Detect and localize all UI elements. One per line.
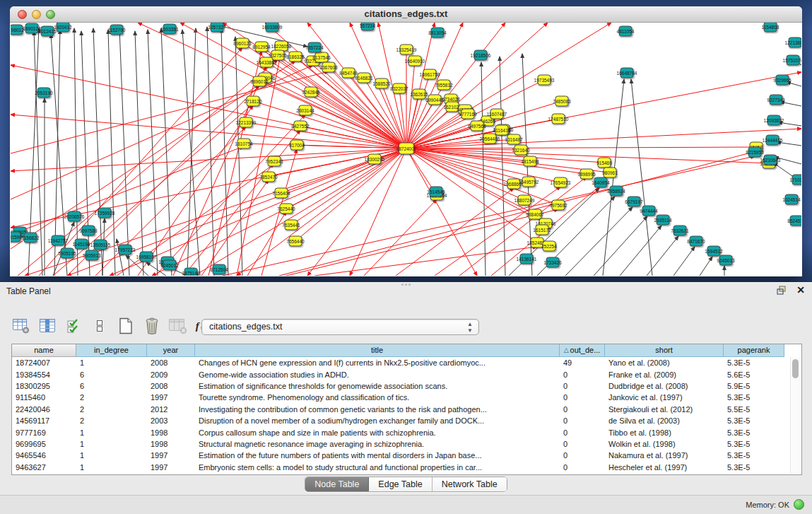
scrollbar-thumb[interactable] [792,359,799,378]
column-header-title[interactable]: title [195,344,560,357]
graph-node[interactable] [785,194,799,205]
graph-node[interactable] [610,186,623,197]
graph-node[interactable] [368,154,382,165]
select-all-checks-button[interactable] [64,317,83,335]
window-titlebar[interactable]: citations_edges.txt [10,6,802,23]
graph-node[interactable] [520,254,534,264]
network-canvas[interactable]: 8960123891295418226058932750516433862818… [11,23,801,276]
graph-node[interactable] [690,236,703,247]
table-row[interactable]: 1938455462009Genome-wide association stu… [12,368,801,380]
column-header-in_degree[interactable]: in_degree [76,344,147,357]
column-header-year[interactable]: year [147,344,195,357]
graph-node[interactable] [285,220,298,230]
graph-node[interactable] [184,268,198,276]
close-panel-icon[interactable]: ✕ [796,284,805,296]
column-header-name[interactable]: name [12,344,76,357]
graph-node[interactable] [41,26,54,37]
graph-node[interactable] [211,23,224,33]
graph-node[interactable] [471,121,484,132]
graph-node[interactable] [400,45,413,55]
graph-node[interactable] [428,95,442,105]
graph-node[interactable] [657,215,670,226]
graph-node[interactable] [294,121,307,132]
graph-node[interactable] [68,211,81,222]
graph-node[interactable] [598,158,611,168]
graph-node[interactable] [628,197,641,207]
graph-node[interactable] [555,96,569,107]
graph-node[interactable] [524,156,537,167]
tab-node-table[interactable]: Node Table [305,477,369,491]
tab-edge-table[interactable]: Edge Table [369,477,432,491]
table-row[interactable]: 1830029562008Estimation of significance … [12,380,801,392]
splitter-grip[interactable] [399,284,412,286]
graph-node[interactable] [430,187,443,197]
graph-node[interactable] [461,109,475,119]
graph-node[interactable] [57,23,70,33]
graph-node[interactable] [554,177,567,188]
graph-node[interactable] [322,62,336,73]
graph-node[interactable] [253,76,266,87]
graph-node[interactable] [770,95,783,105]
table-row[interactable]: 946362711997Embryonic stem cells: a mode… [12,462,801,473]
graph-node[interactable] [236,38,249,49]
minimize-window-button[interactable] [32,10,41,19]
graph-node[interactable] [213,264,226,275]
graph-node[interactable] [240,117,253,128]
graph-node[interactable] [552,114,565,124]
network-window[interactable]: citations_edges.txt 89601238912954182260… [10,6,802,276]
graph-node[interactable] [266,23,279,33]
graph-node[interactable] [413,89,426,100]
graph-node[interactable] [474,50,488,61]
graph-node[interactable] [764,23,777,33]
graph-node[interactable] [358,73,371,83]
graph-node[interactable] [375,78,389,89]
table-row[interactable]: 2242004622012Investigating the contribut… [12,404,801,415]
row-cells-button[interactable] [90,317,110,335]
column-visibility-button[interactable] [37,317,57,335]
graph-node[interactable] [507,179,521,189]
graph-node[interactable] [483,134,497,144]
graph-node[interactable] [546,257,560,268]
graph-hub-node[interactable] [399,143,414,155]
graph-node[interactable] [255,42,269,52]
graph-node[interactable] [315,52,329,63]
graph-node[interactable] [24,233,37,243]
graph-node[interactable] [268,156,281,167]
graph-node[interactable] [52,235,65,246]
graph-node[interactable] [490,109,504,119]
column-header-short[interactable]: short [605,344,724,357]
graph-node[interactable] [431,28,445,38]
graph-node[interactable] [11,25,23,35]
table-select-dropdown[interactable]: citations_edges.txt ▲▼ [201,319,479,335]
delete-rows-trash-button[interactable] [142,317,162,335]
graph-node[interactable] [275,188,288,199]
graph-node[interactable] [767,115,781,126]
graph-node[interactable] [119,245,132,255]
graph-node[interactable] [342,68,355,78]
delete-table-button[interactable] [168,317,188,335]
graph-node[interactable] [260,57,273,68]
graph-node[interactable] [393,83,406,94]
graph-node[interactable] [507,134,521,145]
graph-node[interactable] [75,239,88,250]
graph-node[interactable] [140,252,153,262]
graph-node[interactable] [543,241,556,252]
graph-node[interactable] [642,206,656,216]
float-panel-icon[interactable] [777,286,788,296]
graph-node[interactable] [789,37,802,48]
graph-node[interactable] [361,23,375,31]
graph-node[interactable] [673,226,687,236]
graph-node[interactable] [163,24,177,35]
graph-node[interactable] [707,246,721,257]
graph-node[interactable] [437,80,451,90]
graph-node[interactable] [538,75,551,86]
graph-node[interactable] [423,69,437,80]
graph-node[interactable] [98,208,112,218]
graph-node[interactable] [262,172,276,182]
graph-node[interactable] [764,155,777,165]
graph-node[interactable] [446,102,459,112]
graph-node[interactable] [25,23,39,34]
graph-node[interactable] [719,255,733,266]
graph-node[interactable] [495,125,509,136]
graph-node[interactable] [776,75,789,86]
